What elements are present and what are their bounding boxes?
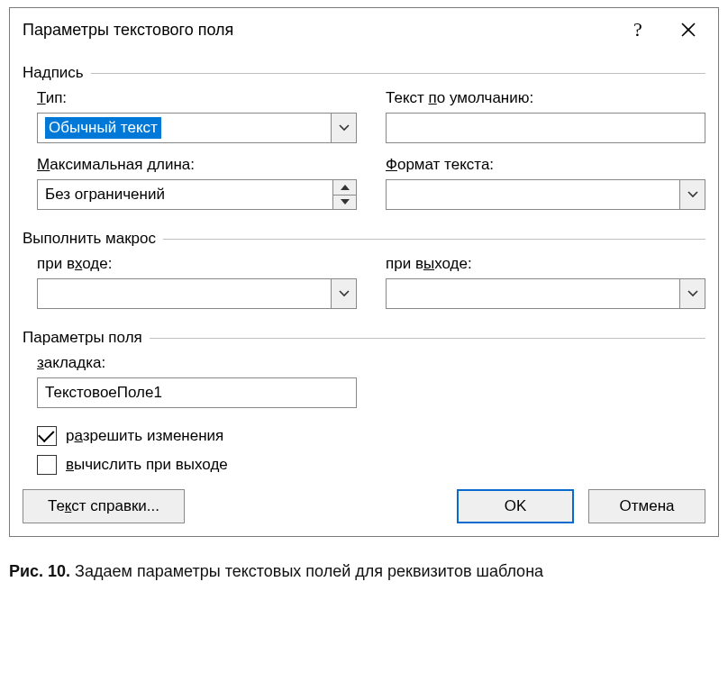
calc-on-exit-checkbox-row[interactable]: вычислить при выходе [37, 455, 705, 475]
svg-marker-3 [341, 185, 350, 190]
group-macro: Выполнить макрос при входе: [23, 230, 705, 322]
type-value: Обычный текст [45, 117, 161, 139]
divider [163, 239, 705, 240]
text-field-options-dialog: Параметры текстового поля ? Надпись Тип:… [9, 7, 719, 537]
calc-on-exit-label: вычислить при выходе [66, 456, 228, 474]
group-inscription-legend: Надпись [23, 64, 84, 82]
max-length-value: Без ограничений [38, 180, 332, 209]
svg-marker-4 [341, 199, 350, 205]
dialog-title: Параметры текстового поля [23, 21, 615, 40]
exit-macro-combobox[interactable] [386, 278, 705, 309]
allow-changes-label: разрешить изменения [66, 427, 223, 445]
text-format-combobox[interactable] [386, 179, 705, 210]
default-text-field[interactable] [387, 114, 705, 142]
bookmark-label: закладка: [37, 354, 705, 372]
text-format-value [387, 180, 679, 209]
exit-macro-label: при выходе: [386, 255, 705, 273]
entry-macro-value [38, 279, 331, 308]
group-macro-legend: Выполнить макрос [23, 230, 156, 248]
figure-text: Задаем параметры текстовых полей для рек… [70, 562, 543, 580]
bookmark-field[interactable] [38, 378, 356, 407]
chevron-down-icon[interactable] [679, 180, 705, 209]
max-length-label: Максимальная длина: [37, 156, 357, 174]
spinner-up-icon[interactable] [333, 180, 356, 195]
group-field-params: Параметры поля закладка: разрешить измен… [23, 329, 705, 475]
cancel-button[interactable]: Отмена [588, 489, 705, 523]
chevron-down-icon[interactable] [331, 114, 356, 142]
entry-macro-label: при входе: [37, 255, 357, 273]
calc-on-exit-checkbox[interactable] [37, 455, 57, 475]
figure-caption: Рис. 10. Задаем параметры текстовых поле… [9, 562, 719, 581]
divider [150, 338, 705, 339]
group-inscription: Надпись Тип: Обычный текст [23, 64, 705, 223]
allow-changes-checkbox-row[interactable]: разрешить изменения [37, 426, 705, 446]
dialog-button-row: Текст справки... OK Отмена [23, 489, 705, 523]
spinner-down-icon[interactable] [333, 195, 356, 210]
group-field-legend: Параметры поля [23, 329, 142, 347]
bookmark-input[interactable] [37, 377, 357, 408]
type-label: Тип: [37, 89, 357, 107]
ok-button[interactable]: OK [457, 489, 574, 523]
type-combobox[interactable]: Обычный текст [37, 113, 357, 143]
entry-macro-combobox[interactable] [37, 278, 357, 309]
help-button[interactable]: ? [615, 8, 664, 51]
divider [91, 73, 705, 74]
text-format-label: Формат текста: [386, 156, 705, 174]
default-text-input[interactable] [386, 113, 705, 143]
max-length-spinner[interactable]: Без ограничений [37, 179, 357, 210]
titlebar: Параметры текстового поля ? [10, 8, 718, 51]
default-text-label: Текст по умолчанию: [386, 89, 705, 107]
chevron-down-icon[interactable] [679, 279, 705, 308]
svg-text:?: ? [633, 20, 642, 40]
exit-macro-value [387, 279, 679, 308]
chevron-down-icon[interactable] [331, 279, 356, 308]
allow-changes-checkbox[interactable] [37, 426, 57, 446]
help-text-button[interactable]: Текст справки... [23, 489, 185, 523]
figure-number: Рис. 10. [9, 562, 70, 580]
close-button[interactable] [664, 8, 713, 51]
